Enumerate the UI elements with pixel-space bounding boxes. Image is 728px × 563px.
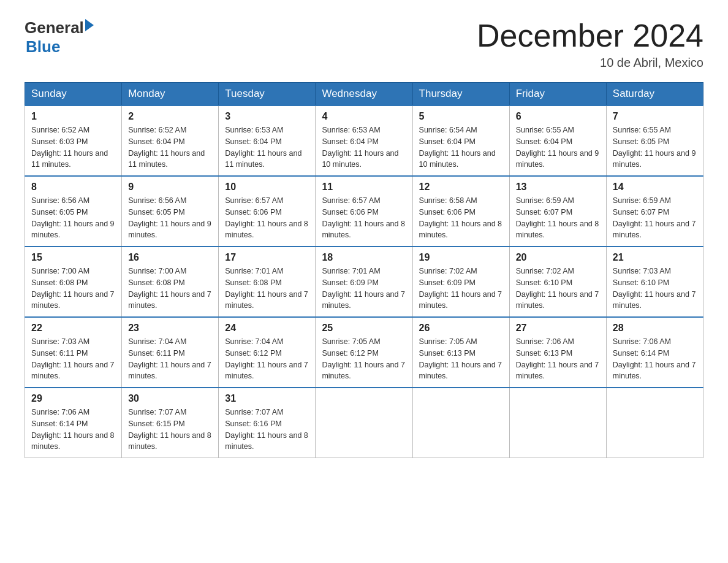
day-info: Sunrise: 6:52 AM Sunset: 6:04 PM Dayligh… [128, 124, 212, 170]
day-number: 25 [322, 323, 406, 334]
day-number: 17 [225, 252, 309, 263]
day-info: Sunrise: 6:53 AM Sunset: 6:04 PM Dayligh… [225, 124, 309, 170]
calendar-cell: 12 Sunrise: 6:58 AM Sunset: 6:06 PM Dayl… [412, 176, 509, 247]
calendar-cell [412, 388, 509, 458]
day-info: Sunrise: 7:06 AM Sunset: 6:14 PM Dayligh… [613, 336, 697, 382]
day-info: Sunrise: 7:03 AM Sunset: 6:11 PM Dayligh… [31, 336, 115, 382]
calendar-cell: 18 Sunrise: 7:01 AM Sunset: 6:09 PM Dayl… [316, 247, 412, 317]
calendar-cell [606, 388, 703, 458]
calendar-cell: 2 Sunrise: 6:52 AM Sunset: 6:04 PM Dayli… [122, 105, 219, 176]
day-number: 4 [322, 111, 406, 122]
calendar-cell: 5 Sunrise: 6:54 AM Sunset: 6:04 PM Dayli… [412, 105, 509, 176]
calendar-cell: 22 Sunrise: 7:03 AM Sunset: 6:11 PM Dayl… [25, 317, 122, 388]
weekday-header-wednesday: Wednesday [316, 83, 412, 106]
day-number: 22 [31, 323, 115, 334]
calendar-cell: 25 Sunrise: 7:05 AM Sunset: 6:12 PM Dayl… [316, 317, 412, 388]
day-info: Sunrise: 6:54 AM Sunset: 6:04 PM Dayligh… [419, 124, 503, 170]
day-number: 2 [128, 111, 212, 122]
day-info: Sunrise: 7:07 AM Sunset: 6:16 PM Dayligh… [225, 407, 309, 453]
day-info: Sunrise: 6:56 AM Sunset: 6:05 PM Dayligh… [31, 195, 115, 241]
logo-arrow-icon [85, 19, 94, 31]
calendar-week-3: 15 Sunrise: 7:00 AM Sunset: 6:08 PM Dayl… [25, 247, 703, 317]
calendar-cell: 1 Sunrise: 6:52 AM Sunset: 6:03 PM Dayli… [25, 105, 122, 176]
day-number: 15 [31, 252, 115, 263]
logo-general-text: General [25, 18, 84, 37]
calendar-week-1: 1 Sunrise: 6:52 AM Sunset: 6:03 PM Dayli… [25, 105, 703, 176]
weekday-header-friday: Friday [509, 83, 606, 106]
day-number: 13 [516, 182, 600, 193]
day-info: Sunrise: 6:55 AM Sunset: 6:04 PM Dayligh… [516, 124, 600, 170]
day-number: 10 [225, 182, 309, 193]
calendar-cell: 15 Sunrise: 7:00 AM Sunset: 6:08 PM Dayl… [25, 247, 122, 317]
day-number: 27 [516, 323, 600, 334]
calendar-cell: 28 Sunrise: 7:06 AM Sunset: 6:14 PM Dayl… [606, 317, 703, 388]
day-info: Sunrise: 7:03 AM Sunset: 6:10 PM Dayligh… [613, 266, 697, 312]
day-number: 3 [225, 111, 309, 122]
day-info: Sunrise: 7:06 AM Sunset: 6:13 PM Dayligh… [516, 336, 600, 382]
calendar-cell: 24 Sunrise: 7:04 AM Sunset: 6:12 PM Dayl… [219, 317, 316, 388]
calendar-table: SundayMondayTuesdayWednesdayThursdayFrid… [25, 82, 703, 458]
calendar-week-2: 8 Sunrise: 6:56 AM Sunset: 6:05 PM Dayli… [25, 176, 703, 247]
day-number: 11 [322, 182, 406, 193]
day-info: Sunrise: 7:04 AM Sunset: 6:12 PM Dayligh… [225, 336, 309, 382]
weekday-header-sunday: Sunday [25, 83, 122, 106]
day-number: 8 [31, 182, 115, 193]
calendar-cell: 14 Sunrise: 6:59 AM Sunset: 6:07 PM Dayl… [606, 176, 703, 247]
day-info: Sunrise: 7:00 AM Sunset: 6:08 PM Dayligh… [128, 266, 212, 312]
calendar-cell: 29 Sunrise: 7:06 AM Sunset: 6:14 PM Dayl… [25, 388, 122, 458]
calendar-cell: 20 Sunrise: 7:02 AM Sunset: 6:10 PM Dayl… [509, 247, 606, 317]
weekday-header-row: SundayMondayTuesdayWednesdayThursdayFrid… [25, 83, 703, 106]
location-subtitle: 10 de Abril, Mexico [477, 56, 703, 70]
day-info: Sunrise: 6:55 AM Sunset: 6:05 PM Dayligh… [613, 124, 697, 170]
day-info: Sunrise: 7:00 AM Sunset: 6:08 PM Dayligh… [31, 266, 115, 312]
day-number: 30 [128, 393, 212, 404]
day-number: 9 [128, 182, 212, 193]
day-info: Sunrise: 6:57 AM Sunset: 6:06 PM Dayligh… [322, 195, 406, 241]
calendar-cell: 10 Sunrise: 6:57 AM Sunset: 6:06 PM Dayl… [219, 176, 316, 247]
calendar-cell: 30 Sunrise: 7:07 AM Sunset: 6:15 PM Dayl… [122, 388, 219, 458]
day-number: 1 [31, 111, 115, 122]
day-number: 26 [419, 323, 503, 334]
calendar-cell: 23 Sunrise: 7:04 AM Sunset: 6:11 PM Dayl… [122, 317, 219, 388]
header-right: December 2024 10 de Abril, Mexico [477, 18, 703, 70]
weekday-header-thursday: Thursday [412, 83, 509, 106]
calendar-cell: 6 Sunrise: 6:55 AM Sunset: 6:04 PM Dayli… [509, 105, 606, 176]
day-number: 19 [419, 252, 503, 263]
day-info: Sunrise: 7:01 AM Sunset: 6:09 PM Dayligh… [322, 266, 406, 312]
day-info: Sunrise: 6:52 AM Sunset: 6:03 PM Dayligh… [31, 124, 115, 170]
day-number: 12 [419, 182, 503, 193]
calendar-cell [316, 388, 412, 458]
calendar-week-4: 22 Sunrise: 7:03 AM Sunset: 6:11 PM Dayl… [25, 317, 703, 388]
day-number: 28 [613, 323, 697, 334]
day-number: 16 [128, 252, 212, 263]
day-info: Sunrise: 7:02 AM Sunset: 6:10 PM Dayligh… [516, 266, 600, 312]
day-info: Sunrise: 6:56 AM Sunset: 6:05 PM Dayligh… [128, 195, 212, 241]
day-number: 29 [31, 393, 115, 404]
day-number: 6 [516, 111, 600, 122]
day-number: 31 [225, 393, 309, 404]
calendar-cell [509, 388, 606, 458]
page-header: General Blue December 2024 10 de Abril, … [25, 18, 703, 70]
calendar-cell: 16 Sunrise: 7:00 AM Sunset: 6:08 PM Dayl… [122, 247, 219, 317]
calendar-cell: 7 Sunrise: 6:55 AM Sunset: 6:05 PM Dayli… [606, 105, 703, 176]
weekday-header-monday: Monday [122, 83, 219, 106]
day-number: 5 [419, 111, 503, 122]
month-title: December 2024 [477, 18, 703, 53]
day-number: 23 [128, 323, 212, 334]
calendar-cell: 17 Sunrise: 7:01 AM Sunset: 6:08 PM Dayl… [219, 247, 316, 317]
calendar-cell: 11 Sunrise: 6:57 AM Sunset: 6:06 PM Dayl… [316, 176, 412, 247]
calendar-cell: 9 Sunrise: 6:56 AM Sunset: 6:05 PM Dayli… [122, 176, 219, 247]
calendar-cell: 19 Sunrise: 7:02 AM Sunset: 6:09 PM Dayl… [412, 247, 509, 317]
day-info: Sunrise: 6:57 AM Sunset: 6:06 PM Dayligh… [225, 195, 309, 241]
calendar-cell: 26 Sunrise: 7:05 AM Sunset: 6:13 PM Dayl… [412, 317, 509, 388]
calendar-cell: 4 Sunrise: 6:53 AM Sunset: 6:04 PM Dayli… [316, 105, 412, 176]
calendar-cell: 21 Sunrise: 7:03 AM Sunset: 6:10 PM Dayl… [606, 247, 703, 317]
weekday-header-tuesday: Tuesday [219, 83, 316, 106]
day-info: Sunrise: 7:06 AM Sunset: 6:14 PM Dayligh… [31, 407, 115, 453]
day-number: 7 [613, 111, 697, 122]
calendar-cell: 31 Sunrise: 7:07 AM Sunset: 6:16 PM Dayl… [219, 388, 316, 458]
day-info: Sunrise: 6:58 AM Sunset: 6:06 PM Dayligh… [419, 195, 503, 241]
day-info: Sunrise: 6:59 AM Sunset: 6:07 PM Dayligh… [613, 195, 697, 241]
day-info: Sunrise: 7:05 AM Sunset: 6:13 PM Dayligh… [419, 336, 503, 382]
logo: General Blue [25, 18, 94, 56]
